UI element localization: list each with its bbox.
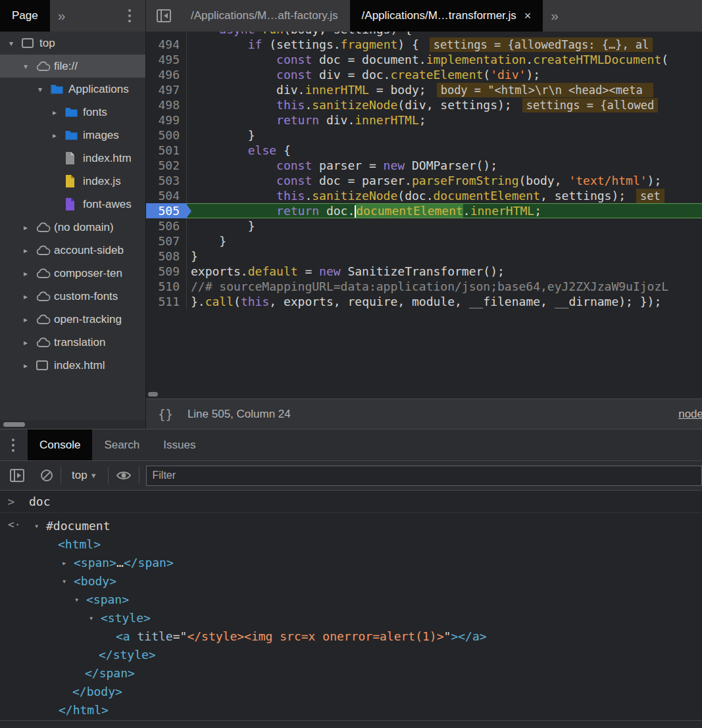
code-line-content[interactable]: exports.default = new SanitizeTransforme… [187, 264, 702, 279]
source-map-link[interactable]: node [678, 408, 702, 421]
line-number[interactable]: 509 [146, 264, 187, 279]
tree-expand-icon[interactable]: ▸ [53, 131, 64, 140]
code-line-content[interactable]: const doc = document.implementation.crea… [187, 52, 702, 67]
live-expression-eye-icon[interactable] [115, 469, 132, 482]
sidebar-item-top[interactable]: ▾top [0, 32, 145, 55]
sidebar-item-index-js[interactable]: index.js [0, 170, 145, 193]
line-number[interactable]: 505 [146, 203, 187, 218]
tree-collapse-icon[interactable]: ▾ [74, 591, 86, 609]
sidebar-item-account-sideb[interactable]: ▸account-sideb [0, 239, 145, 262]
line-number[interactable]: 507 [146, 233, 187, 249]
code-line-content[interactable]: } [187, 218, 702, 233]
editor-viewport[interactable]: async run(body, settings) {494 if (setti… [146, 32, 702, 391]
code-line-content[interactable]: this.sanitizeNode(div, settings);setting… [187, 97, 702, 112]
dom-tree-row[interactable]: <a title="</style><img src=x onerror=ale… [0, 627, 702, 646]
navigator-menu-icon[interactable] [126, 7, 134, 25]
code-line-content[interactable]: const div = doc.createElement('div'); [187, 67, 702, 82]
dom-tree-row[interactable]: ▾#document [0, 517, 702, 535]
tree-expand-icon[interactable]: ▸ [24, 223, 36, 232]
code-line-content[interactable]: } [187, 249, 702, 264]
line-number[interactable]: 502 [146, 158, 187, 173]
sidebar-item-applications[interactable]: ▾Applications [0, 78, 145, 101]
close-tab-icon[interactable]: × [524, 9, 532, 23]
code-line-content[interactable]: const parser = new DOMParser(); [187, 158, 702, 173]
dom-tree-row[interactable]: </body> [0, 683, 702, 701]
dom-tree-row[interactable]: <html> [0, 535, 702, 554]
line-number[interactable]: 506 [146, 218, 187, 233]
drawer-tab-issues[interactable]: Issues [151, 429, 207, 461]
tree-expand-icon[interactable]: ▸ [24, 315, 36, 324]
console-command-row[interactable]: > doc [0, 491, 702, 513]
code-line-content[interactable]: if (settings.fragment) {settings = {allo… [187, 37, 702, 52]
line-number[interactable]: 498 [146, 97, 187, 112]
tab-page[interactable]: Page [0, 0, 50, 32]
tree-collapse-icon[interactable]: ▾ [89, 609, 101, 627]
sidebar-item-file-[interactable]: ▾file:// [0, 55, 145, 78]
dom-tree-row[interactable]: ▾<body> [0, 572, 702, 591]
code-line-content[interactable]: //# sourceMappingURL=data:application/js… [187, 279, 702, 294]
code-line-content[interactable]: async run(body, settings) { [187, 32, 702, 37]
console-sidebar-toggle-icon[interactable] [9, 468, 25, 483]
dom-tree-row[interactable]: ▾<style> [0, 609, 702, 627]
drawer-menu-icon[interactable] [9, 436, 17, 454]
sidebar-item-index-htm[interactable]: index.htm [0, 147, 145, 170]
file-tab[interactable]: /Applications/M…transformer.js× [350, 0, 543, 32]
code-line-content[interactable]: return doc.documentElement.innerHTML; [187, 203, 702, 218]
tree-expand-icon[interactable]: ▸ [24, 361, 36, 370]
drawer-tab-console[interactable]: Console [28, 429, 92, 461]
tree-expand-icon[interactable]: ▸ [24, 292, 36, 301]
dom-tree-row[interactable]: </html> [0, 701, 702, 719]
console-filter-input[interactable] [146, 466, 702, 486]
tree-expand-icon[interactable]: ▸ [24, 269, 36, 278]
line-number[interactable]: 504 [146, 188, 187, 203]
line-number[interactable]: 495 [146, 52, 187, 67]
sidebar-item-images[interactable]: ▸images [0, 124, 145, 147]
context-selector[interactable]: top [72, 469, 88, 482]
tree-expand-icon[interactable]: ▸ [24, 246, 36, 255]
line-number[interactable]: 494 [146, 37, 187, 52]
tree-collapse-icon[interactable]: ▾ [62, 572, 74, 591]
sidebar-item-index-html[interactable]: ▸index.html [0, 354, 145, 377]
tree-collapse-icon[interactable]: ▾ [24, 62, 36, 71]
tree-expand-icon[interactable]: ▸ [62, 554, 74, 572]
line-number[interactable]: 511 [146, 294, 187, 309]
code-line-content[interactable]: }.call(this, exports, require, module, _… [187, 294, 702, 309]
tree-collapse-icon[interactable]: ▾ [38, 85, 50, 94]
editor-hscrollbar[interactable] [146, 391, 702, 399]
line-number[interactable]: 510 [146, 279, 187, 294]
tree-collapse-icon[interactable]: ▾ [9, 39, 21, 48]
more-tabs-icon[interactable]: » [543, 8, 566, 24]
more-navigator-panels-icon[interactable]: » [50, 8, 74, 24]
dom-tree-row[interactable]: ▾<span> [0, 591, 702, 609]
line-number[interactable]: 508 [146, 249, 187, 264]
line-number[interactable] [146, 32, 187, 37]
sidebar-item-composer-ten[interactable]: ▸composer-ten [0, 262, 145, 285]
drawer-tab-search[interactable]: Search [92, 429, 151, 461]
code-line-content[interactable]: this.sanitizeNode(doc.documentElement, s… [187, 188, 702, 203]
code-line-content[interactable]: } [187, 128, 702, 143]
code-line-content[interactable]: div.innerHTML = body;body = "<html>\r\n … [187, 82, 702, 97]
code-line-content[interactable]: else { [187, 143, 702, 158]
tree-collapse-icon[interactable]: ▾ [34, 517, 46, 535]
line-number[interactable]: 500 [146, 128, 187, 143]
sidebar-item-font-awes[interactable]: font-awes [0, 193, 145, 216]
code-line-content[interactable]: return div.innerHTML; [187, 112, 702, 128]
line-number[interactable]: 499 [146, 112, 187, 128]
sidebar-item-translation[interactable]: ▸translation [0, 331, 145, 354]
pretty-print-icon[interactable]: {} [158, 407, 173, 422]
line-number[interactable]: 496 [146, 67, 187, 82]
hide-navigator-icon[interactable] [155, 7, 172, 24]
sidebar-item--no-domain-[interactable]: ▸(no domain) [0, 216, 145, 239]
sidebar-item-fonts[interactable]: ▸fonts [0, 101, 145, 124]
sidebar-item-open-tracking[interactable]: ▸open-tracking [0, 308, 145, 331]
line-number[interactable]: 497 [146, 82, 187, 97]
tree-expand-icon[interactable]: ▸ [24, 338, 36, 347]
tree-expand-icon[interactable]: ▸ [53, 108, 64, 117]
sidebar-item-custom-fonts[interactable]: ▸custom-fonts [0, 285, 145, 308]
clear-console-icon[interactable] [39, 468, 54, 483]
dom-tree-row[interactable]: ▸<span>…</span> [0, 554, 702, 572]
dom-tree-row[interactable]: </style> [0, 646, 702, 664]
line-number[interactable]: 503 [146, 173, 187, 188]
navigator-hscrollbar[interactable] [0, 420, 145, 429]
file-tab[interactable]: /Applications/M…aft-factory.js [179, 0, 350, 32]
